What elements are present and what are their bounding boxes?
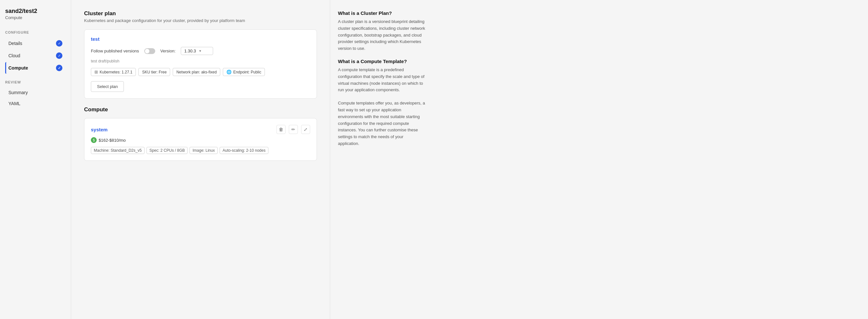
follow-label: Follow published versions	[91, 49, 139, 53]
compute-actions: 🗑 ✏ ⤢	[277, 125, 310, 134]
image-tag: Image: Linux	[189, 147, 218, 154]
compute-section: Compute system 🗑 ✏ ⤢ $ $162-$810/mo Mach…	[84, 107, 317, 161]
chevron-down-icon: ▼	[198, 49, 202, 53]
compute-card: system 🗑 ✏ ⤢ $ $162-$810/mo Machine: Sta…	[84, 118, 317, 161]
delete-icon[interactable]: 🗑	[277, 125, 285, 134]
endpoint-tag-text: Endpoint: Public	[233, 70, 261, 75]
sidebar-item-yaml[interactable]: YAML	[5, 98, 66, 109]
kubernetes-tag: ⊞ Kubernetes: 1.27.1	[91, 68, 136, 76]
cluster-name: test	[91, 36, 310, 42]
details-check-icon: ✓	[56, 40, 62, 47]
cluster-plan-heading: What is a Cluster Plan?	[338, 10, 426, 16]
sidebar-item-cloud-label: Cloud	[8, 53, 20, 58]
draft-label: test draft/publish	[91, 59, 310, 63]
sidebar-item-compute-label: Compute	[8, 65, 28, 70]
sidebar: sand2/test2 Compute CONFIGURE Details ✓ …	[0, 0, 71, 319]
machine-tag: Machine: Standard_D2s_v5	[91, 147, 145, 154]
kubernetes-tag-text: Kubernetes: 1.27.1	[100, 70, 132, 75]
compute-template-heading: What is a Compute Template?	[338, 59, 426, 64]
sidebar-item-details[interactable]: Details ✓	[5, 37, 66, 49]
cluster-tags-row: ⊞ Kubernetes: 1.27.1 SKU tier: Free Netw…	[91, 68, 310, 76]
compute-header: system 🗑 ✏ ⤢	[91, 125, 310, 134]
cluster-plan-section: Cluster plan Kubernetes and package conf…	[84, 10, 317, 99]
version-label: Version:	[160, 49, 176, 53]
version-select[interactable]: 1.30.3 ▼	[181, 47, 213, 55]
compute-price: $ $162-$810/mo	[91, 137, 310, 143]
endpoint-tag: 🌐 Endpoint: Public	[223, 68, 265, 76]
cluster-options-row: Follow published versions Version: 1.30.…	[91, 47, 310, 55]
right-panel: What is a Cluster Plan? A cluster plan i…	[330, 0, 433, 319]
compute-template-text1: A compute template is a predefined confi…	[338, 67, 426, 93]
version-value: 1.30.3	[184, 49, 196, 53]
configure-section-label: CONFIGURE	[5, 30, 66, 34]
cluster-plan-card: test Follow published versions Version: …	[84, 29, 317, 99]
cluster-plan-title: Cluster plan	[84, 10, 317, 17]
sidebar-item-yaml-label: YAML	[8, 101, 20, 106]
compute-section-title: Compute	[84, 107, 317, 113]
price-value: $162-$810/mo	[99, 138, 126, 143]
sku-tag-text: SKU tier: Free	[142, 70, 166, 75]
sidebar-item-compute[interactable]: Compute ✓	[5, 62, 66, 74]
app-title: sand2/test2	[5, 8, 66, 14]
dollar-icon: $	[91, 137, 97, 143]
select-plan-button[interactable]: Select plan	[91, 81, 124, 92]
sidebar-item-details-label: Details	[8, 41, 22, 46]
follow-versions-toggle[interactable]	[144, 48, 155, 54]
compute-check-icon: ✓	[56, 65, 62, 71]
globe-icon: 🌐	[226, 69, 231, 75]
cloud-check-icon: ✓	[56, 52, 62, 59]
sku-tag: SKU tier: Free	[138, 68, 170, 76]
compute-name: system	[91, 127, 108, 132]
app-subtitle: Compute	[5, 15, 66, 20]
sidebar-item-summary-label: Summary	[8, 90, 28, 95]
cluster-plan-text: A cluster plan is a versioned blueprint …	[338, 19, 426, 52]
server-icon: ⊞	[94, 69, 98, 75]
sidebar-item-cloud[interactable]: Cloud ✓	[5, 50, 66, 61]
review-section-label: REVIEW	[5, 80, 66, 84]
sidebar-item-summary[interactable]: Summary	[5, 87, 66, 98]
autoscaling-tag: Auto-scaling: 2-10 nodes	[220, 147, 269, 154]
cluster-plan-desc: Kubernetes and package configuration for…	[84, 18, 317, 23]
edit-icon[interactable]: ✏	[289, 125, 298, 134]
expand-icon[interactable]: ⤢	[301, 125, 310, 134]
compute-template-text2: Compute templates offer you, as develope…	[338, 100, 426, 147]
spec-tag: Spec: 2 CPUs / 8GB	[147, 147, 188, 154]
network-tag-text: Network plan: aks-fixed	[176, 70, 217, 75]
compute-tags-row: Machine: Standard_D2s_v5 Spec: 2 CPUs / …	[91, 147, 310, 154]
network-tag: Network plan: aks-fixed	[173, 68, 220, 76]
main-content: Cluster plan Kubernetes and package conf…	[71, 0, 330, 319]
